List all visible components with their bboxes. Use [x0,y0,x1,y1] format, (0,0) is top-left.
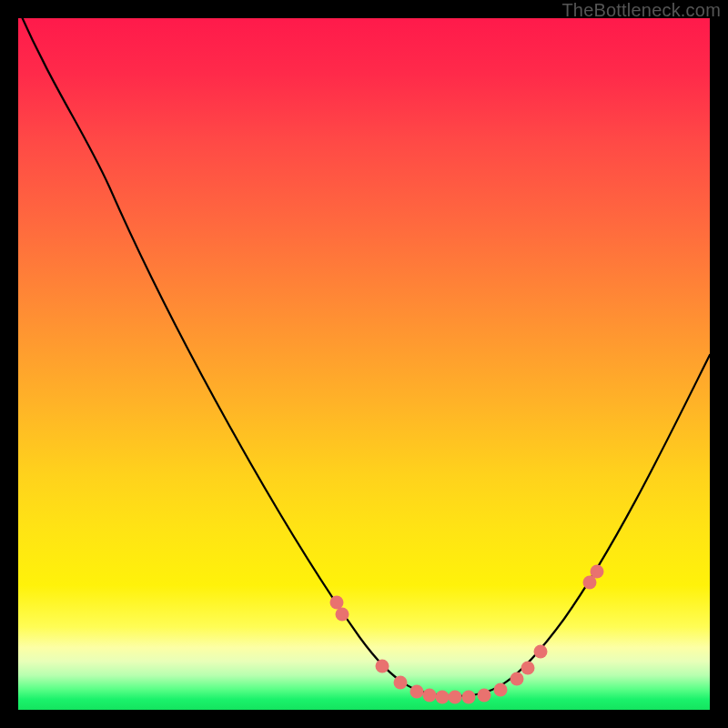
watermark-text: TheBottleneck.com [561,0,721,21]
curve-dot [511,672,524,686]
curve-dot [376,660,389,673]
plot-area [18,18,710,710]
bottleneck-curve [18,9,710,696]
curve-dot [521,662,535,675]
curve-dot [462,691,476,704]
curve-dot [591,565,604,579]
curve-dot [423,689,437,703]
bottleneck-curve-svg [18,18,710,710]
curve-dot [449,691,462,704]
curve-dot [410,685,424,699]
curve-dot [336,608,349,622]
curve-dot [494,683,508,697]
curve-dot [478,689,491,703]
curve-dot [436,691,450,704]
curve-dot [394,676,408,690]
curve-dots [330,565,604,704]
curve-dot [330,596,344,610]
chart-frame: TheBottleneck.com [0,0,728,728]
curve-dot [534,645,548,659]
